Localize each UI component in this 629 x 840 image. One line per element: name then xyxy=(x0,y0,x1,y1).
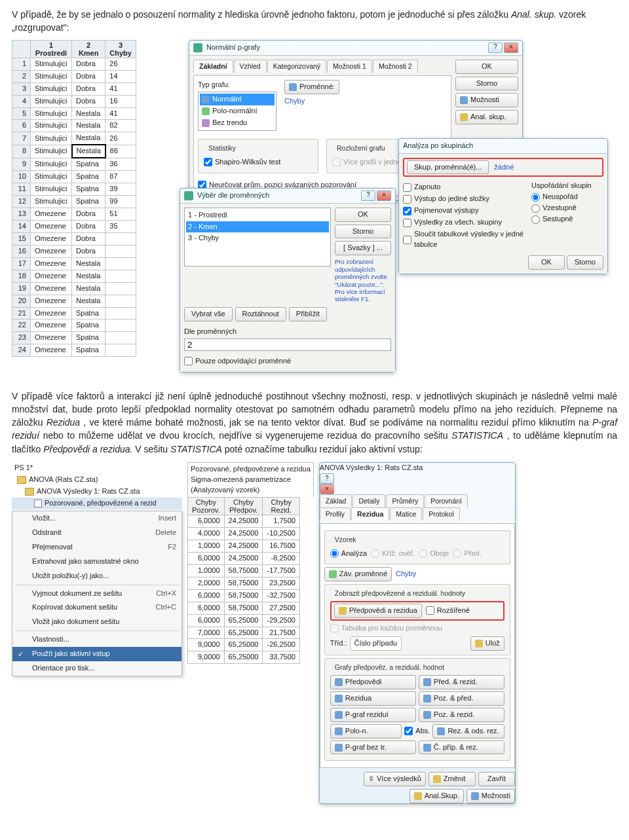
sheet-cell[interactable]: Omezene xyxy=(31,270,72,282)
sheet-cell[interactable]: Nestala xyxy=(72,282,105,295)
sheet-cell[interactable] xyxy=(105,257,136,270)
sheet-cell[interactable]: Stimulujici xyxy=(31,95,72,107)
tree-anova-vysledky[interactable]: ANOVA Výsledky 1: Rats CZ.sta xyxy=(12,486,182,498)
tab-zaklad[interactable]: Základ xyxy=(320,494,353,507)
sheet-cell[interactable]: Spatna xyxy=(72,344,105,357)
data-cell[interactable]: 4,0000 xyxy=(188,528,225,540)
sheet-cell[interactable]: Omezene xyxy=(31,220,72,232)
data-cell[interactable]: 6,0000 xyxy=(188,589,225,602)
col-header-chyby[interactable]: 3Chyby xyxy=(105,40,136,58)
sheet-cell[interactable] xyxy=(105,332,136,344)
graph-button[interactable]: Č. příp. & rez. xyxy=(419,740,505,755)
sloucit-checkbox[interactable]: Sloučit tabulkové výsledky v jedné tabul… xyxy=(403,229,524,250)
row-header[interactable]: 2 xyxy=(12,70,31,82)
anova-anal-skup-button[interactable]: Anal.Skup. xyxy=(410,789,464,803)
data-cell[interactable]: 24,25000 xyxy=(224,528,263,540)
analyza-ok-button[interactable]: OK xyxy=(528,255,565,270)
sheet-cell[interactable]: 86 xyxy=(105,145,136,158)
sheet-cell[interactable]: 87 xyxy=(105,171,136,183)
sheet-cell[interactable] xyxy=(105,307,136,320)
row-header[interactable]: 22 xyxy=(12,320,31,332)
ok-button[interactable]: OK xyxy=(455,60,518,74)
vyber-help-button[interactable]: ? xyxy=(361,191,375,201)
sheet-cell[interactable]: Nestala xyxy=(72,145,105,158)
sheet-cell[interactable]: Dobra xyxy=(72,208,105,221)
radio-analyza[interactable]: Analýza xyxy=(330,549,367,559)
tab-profily[interactable]: Profily xyxy=(320,507,351,520)
col-pozorov[interactable]: ChybyPozorov. xyxy=(188,497,225,515)
sheet-cell[interactable]: Omezene xyxy=(31,307,72,320)
data-cell[interactable]: 65,25000 xyxy=(224,614,263,627)
sheet-cell[interactable]: Dobra xyxy=(72,95,105,107)
data-cell[interactable]: -8,2500 xyxy=(263,552,299,564)
data-cell[interactable]: 21,7500 xyxy=(263,627,299,639)
sheet-cell[interactable]: Omezene xyxy=(31,320,72,332)
storno-button[interactable]: Storno xyxy=(455,77,518,91)
data-cell[interactable]: 9,0000 xyxy=(188,639,225,651)
tab-prumery[interactable]: Průměry xyxy=(386,494,424,507)
list-item-kmen[interactable]: 2 - Kmen xyxy=(186,221,329,233)
tab-detaily[interactable]: Detaily xyxy=(353,494,385,507)
sheet-cell[interactable]: Nestala xyxy=(72,257,105,270)
ctx-item[interactable]: Vlastnosti... xyxy=(12,632,181,647)
sheet-cell[interactable]: 82 xyxy=(105,120,136,132)
sheet-cell[interactable]: Nestala xyxy=(72,107,105,120)
row-header[interactable]: 1 xyxy=(12,58,31,70)
ctx-item[interactable]: Vložit jako dokument sešitu xyxy=(12,615,181,629)
zavrit-button[interactable]: Zavřít xyxy=(478,772,515,786)
col-header-kmen[interactable]: 2Kmen xyxy=(72,40,105,58)
sheet-cell[interactable] xyxy=(105,270,136,282)
sheet-cell[interactable] xyxy=(105,232,136,245)
graph-button[interactable]: Poz. & před. xyxy=(419,691,505,706)
anova-close-button[interactable]: × xyxy=(320,484,334,494)
shapiro-checkbox[interactable]: Shapiro-Wilksův test xyxy=(204,157,313,168)
data-cell[interactable]: 6,0000 xyxy=(188,552,225,564)
skup-promenna-button[interactable]: Skup. proměnná(é)... xyxy=(407,160,489,175)
data-cell[interactable]: 24,25000 xyxy=(224,552,263,564)
data-cell[interactable]: 27,2500 xyxy=(263,602,299,614)
sheet-cell[interactable]: Spatna xyxy=(72,307,105,320)
data-cell[interactable]: 33,7500 xyxy=(263,651,299,664)
data-cell[interactable]: 58,75000 xyxy=(224,589,263,602)
row-header[interactable]: 5 xyxy=(12,107,31,120)
tab-matice[interactable]: Matice xyxy=(390,507,422,520)
col-header-prostredi[interactable]: 1Prostredi xyxy=(31,40,72,58)
tab-rezidua[interactable]: Rezidua xyxy=(351,507,389,520)
row-header[interactable]: 8 xyxy=(12,145,31,158)
graph-button[interactable]: P-graf bez tr. xyxy=(330,740,416,755)
row-header[interactable]: 24 xyxy=(12,344,31,357)
pojmenovat-checkbox[interactable]: Pojmenovat výstupy xyxy=(403,206,524,216)
row-header[interactable]: 13 xyxy=(12,208,31,221)
sheet-cell[interactable]: Omezene xyxy=(31,282,72,295)
sheet-cell[interactable]: Spatna xyxy=(72,332,105,344)
radio-oboje[interactable]: Oboje xyxy=(419,549,449,559)
row-header[interactable]: 7 xyxy=(12,132,31,145)
row-header[interactable]: 18 xyxy=(12,270,31,282)
promenne-button[interactable]: Proměnné: xyxy=(284,80,339,94)
vystup-slozky-checkbox[interactable]: Výstup do jediné složky xyxy=(403,194,524,204)
data-cell[interactable]: 7,0000 xyxy=(188,627,225,639)
dle-promennych-input[interactable] xyxy=(184,338,391,351)
row-header[interactable]: 6 xyxy=(12,120,31,132)
type-detrend[interactable]: Bez trendu xyxy=(212,118,247,128)
svazky-button[interactable]: [ Svazky ] ... xyxy=(335,241,391,255)
anova-moznosti-button[interactable]: Možnosti xyxy=(467,789,515,803)
list-item-chyby[interactable]: 3 - Chyby xyxy=(186,232,329,244)
sheet-cell[interactable]: Stimulujici xyxy=(31,145,72,158)
sheet-cell[interactable]: Stimulujici xyxy=(31,107,72,120)
sheet-cell[interactable]: Stimulujici xyxy=(31,171,72,183)
row-header[interactable]: 11 xyxy=(12,183,31,196)
tree-anova[interactable]: ANOVA (Rats CZ.sta) xyxy=(12,474,182,486)
uloz-button[interactable]: Ulož xyxy=(470,636,505,651)
zapnuto-checkbox[interactable]: Zapnuto xyxy=(403,182,524,192)
abs-checkbox[interactable]: Abs. xyxy=(404,725,430,737)
roztahnout-button[interactable]: Roztáhnout xyxy=(235,307,286,321)
row-header[interactable]: 16 xyxy=(12,245,31,257)
sheet-cell[interactable]: Omezene xyxy=(31,245,72,257)
data-cell[interactable]: 65,25000 xyxy=(224,627,263,639)
ctx-item[interactable]: ✓Použít jako aktivní vstup xyxy=(12,647,181,661)
data-cell[interactable]: 24,25000 xyxy=(224,539,263,552)
data-cell[interactable]: 23,2500 xyxy=(263,577,299,589)
sheet-cell[interactable]: Nestala xyxy=(72,120,105,132)
zav-promenne-button[interactable]: Záv. proměnné xyxy=(324,567,392,581)
